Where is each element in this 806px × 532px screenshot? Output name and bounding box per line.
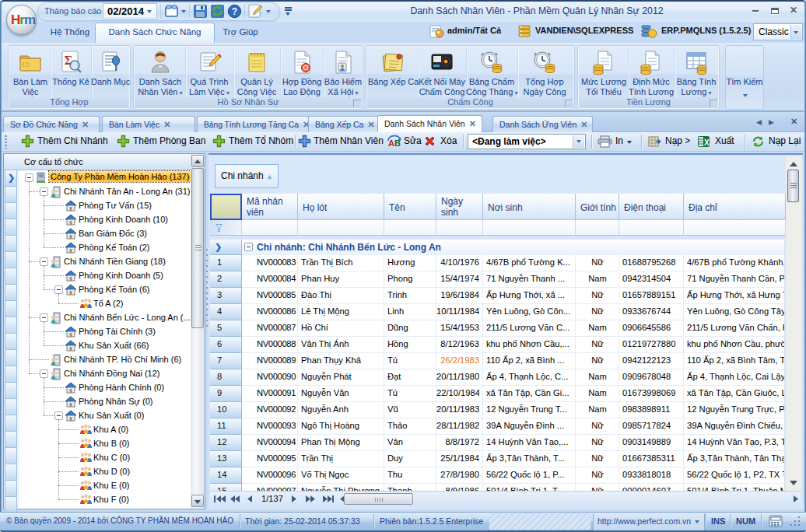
svg-text:X: X bbox=[704, 138, 710, 147]
svg-text:?: ? bbox=[232, 6, 237, 17]
svg-text:A: A bbox=[388, 138, 394, 148]
svg-text:B: B bbox=[394, 138, 401, 148]
